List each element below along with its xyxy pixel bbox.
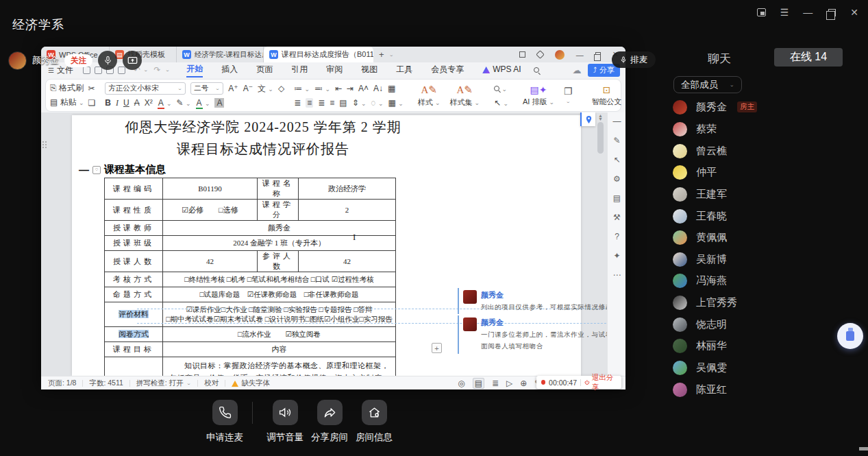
tools-icon[interactable]: ⚒ [608, 213, 625, 222]
multi-select-button[interactable]: ❐ ⌄ [559, 81, 578, 110]
number-list-button[interactable]: ≕ ⌄ [314, 84, 330, 93]
page-indicator[interactable]: 页面: 1/8 [48, 379, 76, 388]
skin-icon[interactable]: ✦ [608, 251, 625, 261]
line-spacing-icon[interactable]: ⇕ ⌄ [352, 98, 367, 108]
raise-mic-button[interactable]: 排麦 [612, 51, 656, 68]
request-mic-action[interactable]: 申请连麦 [202, 400, 247, 444]
cell-label[interactable]: 目标 1 [105, 357, 163, 376]
cell-label[interactable]: 考核方式 [105, 272, 163, 287]
cell-label[interactable]: 授课人数 [105, 251, 163, 272]
align-justify-icon[interactable]: ≡ [330, 98, 334, 108]
menu-tools[interactable]: 工具 [396, 64, 412, 77]
new-tab-button[interactable]: + [379, 49, 384, 60]
comment-card[interactable]: 颜秀金 列出的项目仅供参考，可根据实际情况修改 [458, 288, 625, 314]
speaker-icon[interactable] [273, 400, 298, 425]
table-row[interactable]: 授课人数 42 参评人数 42 [105, 251, 396, 272]
volume-action[interactable]: 调节音量 [262, 400, 308, 444]
cell-value[interactable]: 政治经济学 [299, 178, 396, 200]
table-row[interactable]: 考核方式 □终结性考核 □机考 □笔试和机考相结合 □口试 ☑过程性考核 [105, 272, 396, 287]
member-row[interactable]: 曾云樵 [673, 143, 865, 159]
bullet-list-button[interactable]: ≔ ⌄ [294, 84, 310, 93]
cell-checkboxes[interactable]: □流水作业 ☑独立阅卷 [163, 327, 396, 342]
web-view-icon[interactable]: ⊕ [520, 379, 527, 388]
help-icon[interactable]: ? [608, 232, 625, 241]
underline-button[interactable]: U [123, 98, 129, 108]
table-row[interactable]: 课程编码 B01190 课程名称 政治经济学 [105, 178, 396, 200]
menu-insert[interactable]: 插入 [221, 64, 238, 77]
member-row[interactable]: 吴新博 [673, 251, 865, 267]
goal-1-text[interactable]: 知识目标：掌握政治经济学的基本概念、原理和理论框架，包括商品、价值、货币、市场经… [163, 357, 396, 376]
member-row[interactable]: 陈亚红 [673, 381, 865, 398]
tab-chat[interactable]: 聊天 [708, 51, 731, 67]
scroll-up-icon[interactable]: ▲▼ [597, 114, 604, 121]
tab-list-chevron-icon[interactable]: ⌄ [389, 52, 395, 57]
font-size-select[interactable]: 二号⌄ [190, 82, 223, 95]
redo-icon[interactable]: ↷ [154, 65, 161, 75]
read-mode-icon[interactable]: ▷ [506, 379, 512, 388]
cell-value[interactable]: 内容 [163, 342, 396, 357]
missing-font-warning[interactable]: 缺失字体 [241, 379, 270, 388]
document-area[interactable]: 仰恩大学经济学院 2024-2025 学年第 2 学期 课程目标达成情况评价报告… [41, 112, 625, 376]
cell-value[interactable]: 2 [299, 200, 396, 221]
cell-checkboxes[interactable]: □试题库命题 ☑任课教师命题 □非任课教师命题 [163, 287, 396, 302]
cell-label[interactable]: 授课教师 [105, 221, 163, 236]
member-row[interactable]: 仲平 [673, 164, 865, 180]
shading-icon[interactable]: ◌ ⌄ [371, 98, 384, 108]
close-button[interactable]: ✕ [850, 7, 858, 18]
menu-chevron-icon[interactable]: ⌄ [165, 68, 171, 73]
cell-value[interactable]: 颜秀金 [163, 221, 396, 236]
clear-format-icon[interactable]: ◇ [278, 84, 284, 93]
select-cursor-icon[interactable]: ↖ [608, 155, 625, 165]
usb-floating-widget[interactable] [837, 323, 863, 349]
cell-label[interactable]: 课程编码 [105, 178, 163, 200]
share-room-action[interactable]: 分享房间 [307, 400, 352, 444]
screen-share-button[interactable] [123, 51, 142, 70]
settings-sliders-icon[interactable]: ⚙ [608, 174, 625, 184]
align-right-icon[interactable]: ≣ [318, 98, 325, 108]
table-row[interactable]: 授课教师 颜秀金 [105, 221, 396, 236]
style-set-button[interactable]: A✎ 样式集 ⌄ [445, 81, 484, 110]
styles-button[interactable]: A✎ 样式 ⌄ [413, 81, 445, 110]
cell-label[interactable]: 课程性质 [105, 200, 163, 221]
vertical-scrollbar[interactable] [597, 122, 604, 154]
minimize-button[interactable]: — [803, 7, 813, 18]
collapse-minus-icon[interactable]: — [79, 164, 89, 176]
undo-chevron-icon[interactable]: ⌄ [143, 68, 149, 73]
menu-review[interactable]: 审阅 [326, 64, 343, 77]
cell-label[interactable]: 课程名称 [258, 178, 299, 200]
cell-checkboxes[interactable]: ☑课后作业□大作业 □随堂测验 □实验报告 □专题报告 □答辩 [164, 305, 394, 315]
search-icon[interactable] [534, 67, 539, 73]
more-icon[interactable]: ⋯ [608, 270, 625, 280]
cell-value[interactable]: 2024 金融学 1 班（专升本） [163, 236, 396, 251]
mic-button[interactable] [98, 51, 117, 70]
format-painter-button[interactable]: ⎘ 格式刷 [50, 82, 84, 94]
room-info-action[interactable]: 房间信息 [351, 400, 397, 444]
follow-button[interactable]: 关注 [64, 54, 92, 67]
anchor-pin-box[interactable] [580, 112, 595, 126]
table-row[interactable]: 课程性质 ☑必修 □选修 课程学分 2 [105, 200, 396, 221]
menu-wps-ai[interactable]: WPS AI [493, 64, 521, 75]
menu-member[interactable]: 会员专享 [431, 64, 464, 77]
notes-icon[interactable]: ▤ [608, 193, 625, 203]
select-button[interactable]: ↖ ⌄ [494, 98, 508, 108]
workspace-icon[interactable] [536, 50, 545, 59]
table-grid-icon[interactable]: ▦ [388, 84, 395, 93]
smart-doc-button[interactable]: ⊡ 智能公文 [587, 81, 627, 110]
find-button[interactable]: ⌄ [494, 84, 508, 93]
comment-author[interactable]: 颜秀金 [481, 290, 504, 300]
member-row[interactable]: 吴佩雯 [673, 359, 865, 376]
member-row[interactable]: 黄佩佩 [673, 229, 865, 245]
cell-label[interactable]: 授课班级 [105, 236, 163, 251]
font-name-select[interactable]: 方正公文小标宋⌄ [105, 82, 186, 95]
member-filter-dropdown[interactable]: 全部成员 ⌄ [673, 76, 742, 93]
italic-button[interactable]: I [116, 98, 119, 108]
decrease-font-icon[interactable]: A⁻ [243, 84, 253, 93]
distribute-icon[interactable]: ▤ [339, 98, 347, 108]
tab-online[interactable]: 在线 14 [774, 48, 843, 67]
bold-button[interactable]: B [105, 98, 111, 108]
borders-icon[interactable]: ▦ ⌄ [388, 98, 404, 108]
superscript-button[interactable]: X² [145, 98, 153, 108]
course-info-table[interactable]: 课程编码 B01190 课程名称 政治经济学 课程性质 ☑必修 □选修 课程学分… [104, 178, 396, 376]
decrease-indent-icon[interactable]: ⇤ [335, 84, 342, 93]
collapse-panel-icon[interactable]: — [608, 117, 625, 126]
